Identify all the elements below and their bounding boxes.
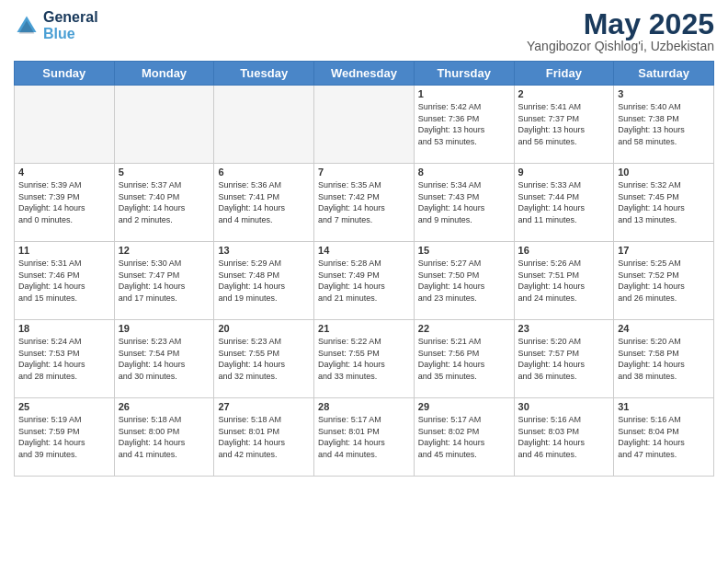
calendar-day-cell: 31Sunrise: 5:16 AM Sunset: 8:04 PM Dayli… [614, 398, 714, 477]
day-number: 30 [518, 401, 610, 412]
calendar-day-cell: 23Sunrise: 5:20 AM Sunset: 7:57 PM Dayli… [514, 320, 614, 398]
calendar-day-cell [214, 86, 314, 164]
day-number: 8 [418, 167, 510, 178]
calendar-day-cell: 13Sunrise: 5:29 AM Sunset: 7:48 PM Dayli… [214, 242, 314, 320]
calendar-day-cell: 27Sunrise: 5:18 AM Sunset: 8:01 PM Dayli… [214, 398, 314, 477]
day-info: Sunrise: 5:33 AM Sunset: 7:44 PM Dayligh… [518, 179, 610, 225]
calendar-header-row: SundayMondayTuesdayWednesdayThursdayFrid… [15, 62, 714, 86]
day-number: 21 [318, 323, 410, 334]
day-number: 15 [418, 245, 510, 256]
day-info: Sunrise: 5:28 AM Sunset: 7:49 PM Dayligh… [318, 258, 410, 304]
day-info: Sunrise: 5:26 AM Sunset: 7:51 PM Dayligh… [518, 258, 610, 304]
calendar-day-cell: 14Sunrise: 5:28 AM Sunset: 7:49 PM Dayli… [314, 242, 415, 320]
page: General Blue May 2025 Yangibozor Qishlog… [0, 0, 728, 563]
day-info: Sunrise: 5:32 AM Sunset: 7:45 PM Dayligh… [618, 179, 710, 225]
calendar-day-cell: 30Sunrise: 5:16 AM Sunset: 8:03 PM Dayli… [514, 398, 614, 477]
calendar-day-header: Sunday [15, 62, 115, 86]
day-number: 13 [218, 245, 310, 256]
calendar-day-cell: 18Sunrise: 5:24 AM Sunset: 7:53 PM Dayli… [15, 320, 115, 398]
calendar-day-cell: 20Sunrise: 5:23 AM Sunset: 7:55 PM Dayli… [214, 320, 314, 398]
calendar-day-cell [15, 86, 115, 164]
calendar-day-cell: 15Sunrise: 5:27 AM Sunset: 7:50 PM Dayli… [414, 242, 514, 320]
day-number: 9 [518, 167, 610, 178]
day-number: 19 [119, 323, 210, 334]
calendar-day-cell: 4Sunrise: 5:39 AM Sunset: 7:39 PM Daylig… [15, 164, 115, 242]
calendar-day-cell: 19Sunrise: 5:23 AM Sunset: 7:54 PM Dayli… [114, 320, 214, 398]
day-number: 14 [318, 245, 410, 256]
calendar-day-cell: 25Sunrise: 5:19 AM Sunset: 7:59 PM Dayli… [15, 398, 115, 477]
calendar-day-header: Saturday [614, 62, 714, 86]
day-info: Sunrise: 5:23 AM Sunset: 7:55 PM Dayligh… [218, 336, 310, 382]
calendar-day-cell [114, 86, 214, 164]
calendar-day-cell: 5Sunrise: 5:37 AM Sunset: 7:40 PM Daylig… [114, 164, 214, 242]
calendar-day-cell: 8Sunrise: 5:34 AM Sunset: 7:43 PM Daylig… [414, 164, 514, 242]
day-number: 31 [618, 401, 710, 412]
day-number: 27 [218, 401, 310, 412]
day-number: 18 [18, 323, 110, 334]
day-number: 7 [318, 167, 410, 178]
day-info: Sunrise: 5:18 AM Sunset: 8:00 PM Dayligh… [119, 414, 210, 460]
day-info: Sunrise: 5:36 AM Sunset: 7:41 PM Dayligh… [218, 179, 310, 225]
day-number: 24 [618, 323, 710, 334]
calendar-day-header: Tuesday [214, 62, 314, 86]
calendar-day-cell: 11Sunrise: 5:31 AM Sunset: 7:46 PM Dayli… [15, 242, 115, 320]
day-info: Sunrise: 5:24 AM Sunset: 7:53 PM Dayligh… [18, 336, 110, 382]
calendar-day-header: Wednesday [314, 62, 415, 86]
day-info: Sunrise: 5:25 AM Sunset: 7:52 PM Dayligh… [618, 258, 710, 304]
day-info: Sunrise: 5:39 AM Sunset: 7:39 PM Dayligh… [18, 179, 110, 225]
day-info: Sunrise: 5:16 AM Sunset: 8:03 PM Dayligh… [518, 414, 610, 460]
calendar-day-cell: 26Sunrise: 5:18 AM Sunset: 8:00 PM Dayli… [114, 398, 214, 477]
day-number: 4 [18, 167, 110, 178]
month-title: May 2025 [527, 9, 714, 39]
logo: General Blue [14, 9, 98, 42]
title-block: May 2025 Yangibozor Qishlog'i, Uzbekista… [527, 9, 714, 53]
day-info: Sunrise: 5:21 AM Sunset: 7:56 PM Dayligh… [418, 336, 510, 382]
day-info: Sunrise: 5:17 AM Sunset: 8:01 PM Dayligh… [318, 414, 410, 460]
calendar-day-cell: 3Sunrise: 5:40 AM Sunset: 7:38 PM Daylig… [614, 86, 714, 164]
day-number: 11 [18, 245, 110, 256]
calendar-day-header: Friday [514, 62, 614, 86]
day-number: 6 [218, 167, 310, 178]
day-info: Sunrise: 5:18 AM Sunset: 8:01 PM Dayligh… [218, 414, 310, 460]
day-number: 3 [618, 88, 710, 99]
calendar-day-cell [314, 86, 415, 164]
calendar-day-header: Monday [114, 62, 214, 86]
day-info: Sunrise: 5:19 AM Sunset: 7:59 PM Dayligh… [18, 414, 110, 460]
calendar-day-cell: 28Sunrise: 5:17 AM Sunset: 8:01 PM Dayli… [314, 398, 415, 477]
calendar-week-row: 1Sunrise: 5:42 AM Sunset: 7:36 PM Daylig… [15, 86, 714, 164]
calendar-week-row: 25Sunrise: 5:19 AM Sunset: 7:59 PM Dayli… [15, 398, 714, 477]
calendar-day-cell: 9Sunrise: 5:33 AM Sunset: 7:44 PM Daylig… [514, 164, 614, 242]
day-number: 10 [618, 167, 710, 178]
day-info: Sunrise: 5:35 AM Sunset: 7:42 PM Dayligh… [318, 179, 410, 225]
calendar: SundayMondayTuesdayWednesdayThursdayFrid… [14, 61, 714, 477]
day-number: 12 [119, 245, 210, 256]
logo-text: General Blue [43, 9, 98, 42]
calendar-day-cell: 10Sunrise: 5:32 AM Sunset: 7:45 PM Dayli… [614, 164, 714, 242]
calendar-day-cell: 29Sunrise: 5:17 AM Sunset: 8:02 PM Dayli… [414, 398, 514, 477]
day-number: 23 [518, 323, 610, 334]
day-info: Sunrise: 5:37 AM Sunset: 7:40 PM Dayligh… [119, 179, 210, 225]
calendar-day-cell: 6Sunrise: 5:36 AM Sunset: 7:41 PM Daylig… [214, 164, 314, 242]
calendar-day-header: Thursday [414, 62, 514, 86]
day-info: Sunrise: 5:20 AM Sunset: 7:58 PM Dayligh… [618, 336, 710, 382]
day-info: Sunrise: 5:40 AM Sunset: 7:38 PM Dayligh… [618, 101, 710, 147]
day-info: Sunrise: 5:27 AM Sunset: 7:50 PM Dayligh… [418, 258, 510, 304]
calendar-week-row: 18Sunrise: 5:24 AM Sunset: 7:53 PM Dayli… [15, 320, 714, 398]
calendar-day-cell: 7Sunrise: 5:35 AM Sunset: 7:42 PM Daylig… [314, 164, 415, 242]
day-info: Sunrise: 5:41 AM Sunset: 7:37 PM Dayligh… [518, 101, 610, 147]
calendar-day-cell: 24Sunrise: 5:20 AM Sunset: 7:58 PM Dayli… [614, 320, 714, 398]
calendar-day-cell: 16Sunrise: 5:26 AM Sunset: 7:51 PM Dayli… [514, 242, 614, 320]
day-info: Sunrise: 5:23 AM Sunset: 7:54 PM Dayligh… [119, 336, 210, 382]
calendar-day-cell: 17Sunrise: 5:25 AM Sunset: 7:52 PM Dayli… [614, 242, 714, 320]
day-number: 26 [119, 401, 210, 412]
calendar-day-cell: 2Sunrise: 5:41 AM Sunset: 7:37 PM Daylig… [514, 86, 614, 164]
day-info: Sunrise: 5:17 AM Sunset: 8:02 PM Dayligh… [418, 414, 510, 460]
day-number: 28 [318, 401, 410, 412]
calendar-day-cell: 1Sunrise: 5:42 AM Sunset: 7:36 PM Daylig… [414, 86, 514, 164]
day-number: 5 [119, 167, 210, 178]
day-number: 17 [618, 245, 710, 256]
day-info: Sunrise: 5:22 AM Sunset: 7:55 PM Dayligh… [318, 336, 410, 382]
calendar-day-cell: 22Sunrise: 5:21 AM Sunset: 7:56 PM Dayli… [414, 320, 514, 398]
day-number: 2 [518, 88, 610, 99]
calendar-day-cell: 21Sunrise: 5:22 AM Sunset: 7:55 PM Dayli… [314, 320, 415, 398]
